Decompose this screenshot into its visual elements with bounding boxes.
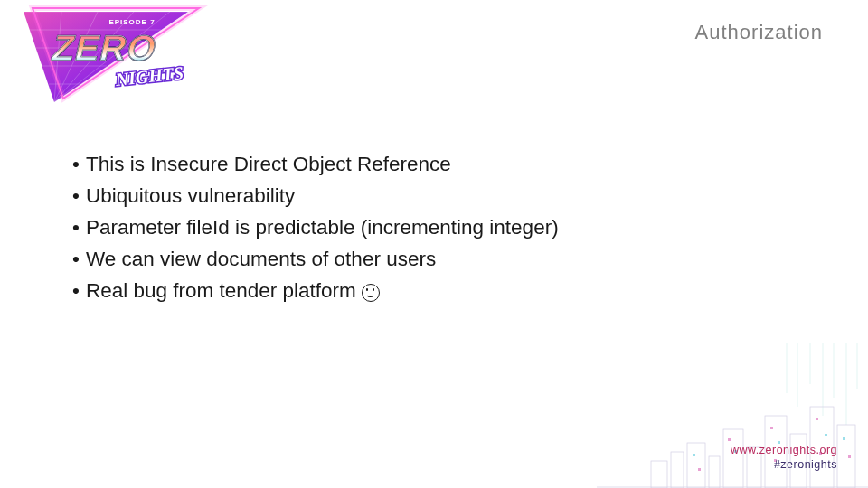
bullet-text: Parameter fileId is predictable (increme… xyxy=(86,212,559,244)
footer-hashtag: #zeronights xyxy=(731,457,837,472)
bullet-text: This is Insecure Direct Object Reference xyxy=(86,149,451,181)
svg-rect-32 xyxy=(770,427,773,429)
slide: EPISODE 7 ZERO ZERO NIGHTS Authorization… xyxy=(0,0,868,488)
bullet-text: Ubiquitous vulnerability xyxy=(86,181,295,212)
bullet-icon: • xyxy=(72,276,80,307)
svg-rect-22 xyxy=(687,443,705,488)
smiley-icon xyxy=(362,284,380,302)
svg-rect-30 xyxy=(728,438,731,441)
footer-branding: www.zeronights.org #zeronights xyxy=(731,443,837,473)
svg-rect-40 xyxy=(693,454,695,456)
svg-rect-23 xyxy=(709,456,720,488)
list-item: • Parameter fileId is predictable (incre… xyxy=(72,212,814,244)
bullet-icon: • xyxy=(72,181,80,212)
list-item: • Real bug from tender platform xyxy=(72,276,814,307)
brand-logo: EPISODE 7 ZERO ZERO NIGHTS xyxy=(7,5,215,113)
svg-rect-41 xyxy=(698,468,701,471)
svg-rect-39 xyxy=(848,455,851,458)
list-item: • This is Insecure Direct Object Referen… xyxy=(72,149,814,181)
svg-rect-29 xyxy=(837,425,855,488)
page-title: Authorization xyxy=(695,21,823,44)
bullet-icon: • xyxy=(72,212,80,244)
list-item: • Ubiquitous vulnerability xyxy=(72,181,814,212)
svg-rect-35 xyxy=(816,418,818,420)
svg-rect-20 xyxy=(651,461,667,488)
logo-episode-text: EPISODE 7 xyxy=(108,18,155,26)
bullet-icon: • xyxy=(72,149,80,181)
zero-nights-logo-icon: EPISODE 7 ZERO ZERO NIGHTS xyxy=(7,5,215,113)
svg-rect-38 xyxy=(843,437,845,440)
bullet-icon: • xyxy=(72,244,80,276)
svg-text:ZERO: ZERO xyxy=(48,27,161,68)
footer-url: www.zeronights.org xyxy=(731,443,837,457)
bullet-list: • This is Insecure Direct Object Referen… xyxy=(72,149,814,306)
svg-rect-21 xyxy=(671,452,684,488)
bullet-text: Real bug from tender platform xyxy=(86,276,356,307)
list-item: • We can view documents of other users xyxy=(72,244,814,276)
bullet-text: We can view documents of other users xyxy=(86,244,436,276)
svg-rect-36 xyxy=(825,434,827,436)
